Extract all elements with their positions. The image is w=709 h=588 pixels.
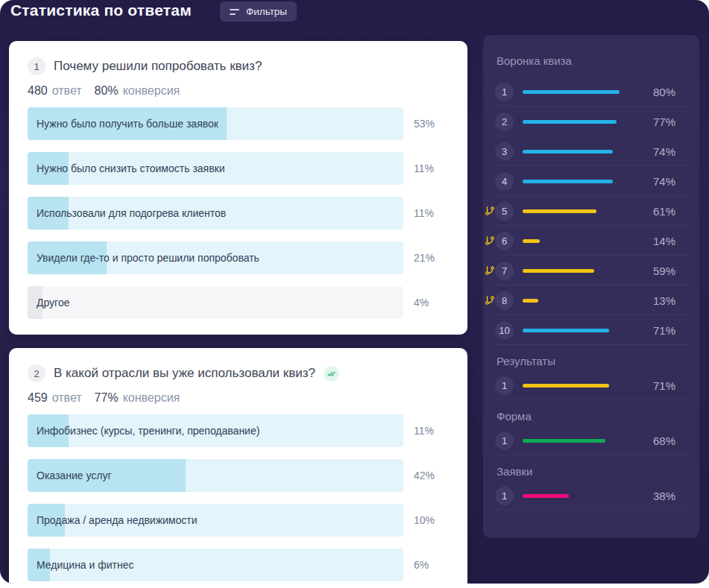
step-bar [523,329,644,332]
funnel-row: 1 68% [483,426,699,455]
step-bar-fill [523,239,540,243]
step-bar [523,299,644,303]
answers-count-label: ответ [52,84,82,98]
funnel-row: 7 59% [483,256,699,285]
step-percent: 74% [653,175,675,188]
question-header: 1 Почему решили попробовать квиз? [28,57,449,75]
answers-count-label: ответ [52,391,82,405]
answer-row: Медицина и фитнес 6% [28,549,449,581]
answer-row: Оказание услуг 42% [28,459,449,492]
funnel-section-label: Результаты [483,345,699,370]
answer-bar: Оказание услуг [28,459,403,492]
answer-bar: Инфобизнес (курсы, тренинги, преподавани… [28,414,403,447]
question-title: В какой отрасли вы уже использовали квиз… [54,366,315,381]
filter-icon [230,9,239,15]
step-bar [523,239,644,243]
answer-label: Другое [28,286,403,319]
step-number-badge: 8 [495,291,514,310]
step-bar-fill [523,299,538,303]
step-number-badge: 4 [495,172,514,191]
answer-label: Нужно было снизить стоимость заявки [28,152,403,185]
answer-percent: 11% [414,207,449,219]
step-number-badge: 10 [495,321,514,340]
conversion-value: 77% [95,391,119,405]
funnel-section-label: Форма [483,400,699,426]
funnel-row: 1 71% [483,370,699,400]
step-number-badge: 7 [495,262,514,280]
answer-bar: Использовали для подогрева клиентов [28,197,403,230]
step-bar-fill [523,384,609,388]
step-percent: 14% [653,235,675,247]
answer-row: Инфобизнес (курсы, тренинги, преподавани… [28,414,449,447]
step-bar-fill [523,90,620,94]
conversion-label: конверсия [123,391,180,405]
branch-icon [485,295,495,306]
step-bar [523,439,644,443]
answer-row: Нужно было снизить стоимость заявки 11% [28,152,449,185]
step-percent: 77% [653,116,675,128]
funnel-row: 10 71% [483,315,699,345]
step-number-badge: 1 [495,83,514,101]
step-number-badge: 2 [495,113,514,131]
step-bar [523,269,644,273]
answer-percent: 21% [414,252,449,264]
answer-row: Увидели где-то и просто решили попробова… [28,241,449,274]
answers-list: Нужно было получить больше заявок 53% Ну… [28,107,449,319]
question-number-badge: 2 [28,364,45,382]
question-title: Почему решили попробовать квиз? [54,59,262,74]
question-card: 1 Почему решили попробовать квиз? 480 от… [9,41,467,335]
step-bar-fill [523,329,609,332]
branch-icon [485,206,495,216]
funnel-rows: 1 80% 2 77% 3 74% [483,77,699,510]
answers-count: 480 [28,84,48,98]
funnel-row: 4 74% [483,166,699,196]
answer-label: Увидели где-то и просто решили попробова… [28,241,403,274]
step-bar [523,120,644,124]
step-bar-fill [523,209,596,213]
step-bar-fill [523,439,605,443]
step-bar [523,209,644,213]
funnel-row: 8 13% [483,285,699,315]
answer-bar: Нужно было получить больше заявок [28,107,403,140]
step-number-badge: 5 [495,202,514,221]
step-number-badge: 1 [495,487,514,505]
step-bar-fill [523,120,617,124]
filters-button[interactable]: Фильтры [220,1,297,22]
step-bar [523,90,644,94]
step-percent: 71% [653,324,675,337]
funnel-title: Воронка квиза [483,54,699,69]
statistics-widget: Статистика по ответам Фильтры 1 Почему р… [0,0,709,584]
answers-list: Инфобизнес (курсы, тренинги, преподавани… [28,414,449,581]
funnel-row: 1 38% [483,481,699,510]
questions-column: 1 Почему решили попробовать квиз? 480 от… [9,41,467,584]
step-number-badge: 6 [495,232,514,250]
step-percent: 61% [653,205,675,218]
answers-count: 459 [28,391,48,405]
funnel-row: 3 74% [483,136,699,166]
answer-percent: 6% [414,559,449,571]
step-bar-fill [523,269,594,273]
answer-bar: Увидели где-то и просто решили попробова… [28,241,403,274]
step-number-badge: 1 [495,431,514,450]
step-bar-fill [523,494,569,498]
answer-bar: Другое [28,286,403,319]
funnel-row: 2 77% [483,107,699,136]
funnel-row: 6 14% [483,226,699,256]
answer-percent: 11% [414,162,449,174]
step-bar [523,494,644,498]
step-bar [523,384,644,388]
step-number-badge: 3 [495,142,514,161]
answer-label: Медицина и фитнес [28,549,403,581]
answer-percent: 10% [414,514,449,526]
answer-row: Использовали для подогрева клиентов 11% [28,197,449,230]
answer-bar: Продажа / аренда недвижимости [28,504,403,537]
answer-label: Продажа / аренда недвижимости [28,504,403,537]
funnel-row: 5 61% [483,196,699,226]
answer-bar: Нужно было снизить стоимость заявки [28,152,403,185]
branch-icon [485,265,495,276]
answer-percent: 42% [414,470,449,481]
question-number-badge: 1 [28,57,45,75]
conversion-value: 80% [95,84,119,98]
page-title: Статистика по ответам [10,1,192,19]
step-percent: 13% [653,294,675,307]
